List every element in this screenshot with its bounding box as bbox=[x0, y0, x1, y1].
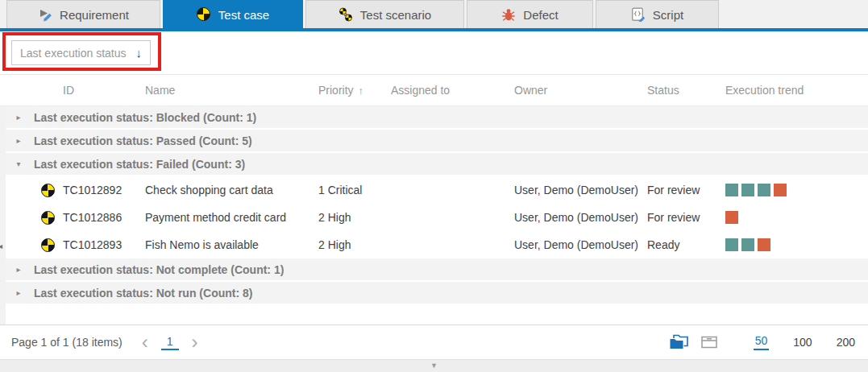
trend-pass-square bbox=[725, 184, 738, 196]
execution-trend-cell bbox=[717, 184, 868, 196]
cell-name: Check shopping cart data bbox=[145, 184, 318, 196]
expand-collapse-icon[interactable]: ▸ bbox=[10, 265, 27, 274]
test-case-icon bbox=[41, 211, 55, 225]
tab-defect[interactable]: Defect bbox=[467, 0, 593, 28]
group-row-not-complete[interactable]: ▸ Last execution status: Not complete (C… bbox=[0, 258, 868, 280]
current-page-number[interactable]: 1 bbox=[161, 335, 179, 350]
bottom-splitter-arrow-icon[interactable]: ▼ bbox=[430, 362, 438, 370]
cell-owner: User, Demo (DemoUser) bbox=[514, 184, 647, 196]
execution-trend-cell bbox=[717, 211, 868, 224]
trend-fail-square bbox=[774, 184, 787, 196]
trend-pass-square bbox=[725, 238, 738, 251]
group-by-chip-last-execution-status[interactable]: Last execution status ↓ bbox=[11, 40, 151, 65]
tab-test-scenario[interactable]: Test scenario bbox=[305, 0, 464, 28]
group-label: Last execution status: Blocked (Count: 1… bbox=[34, 111, 256, 124]
bottom-splitter[interactable]: ▼ bbox=[0, 359, 868, 372]
table-row[interactable]: TC1012886 Payment method credit card 2 H… bbox=[0, 204, 868, 231]
expand-collapse-icon[interactable]: ▸ bbox=[10, 136, 27, 145]
tab-label: Requirement bbox=[60, 8, 129, 22]
test-case-icon bbox=[41, 184, 55, 197]
trend-pass-square bbox=[758, 184, 770, 196]
page-size-50[interactable]: 50 bbox=[754, 334, 770, 350]
archive-box-icon bbox=[700, 335, 718, 349]
column-header-status[interactable]: Status bbox=[647, 84, 717, 97]
group-label: Last execution status: Passed (Count: 5) bbox=[34, 134, 252, 147]
group-label: Last execution status: Not complete (Cou… bbox=[34, 263, 284, 276]
column-header-id[interactable]: ID bbox=[63, 84, 145, 97]
cell-priority: 2 High bbox=[318, 211, 391, 224]
cell-status: For review bbox=[647, 184, 717, 196]
cell-name: Payment method credit card bbox=[145, 211, 318, 224]
cell-name: Fish Nemo is available bbox=[145, 238, 318, 251]
column-header-name[interactable]: Name bbox=[145, 84, 318, 97]
trend-pass-square bbox=[741, 184, 754, 196]
cell-priority: 2 High bbox=[318, 238, 391, 251]
tab-label: Test scenario bbox=[360, 8, 431, 22]
row-type-icon-cell bbox=[32, 211, 63, 225]
tab-bar: Requirement Test case Test scenario bbox=[0, 0, 868, 28]
tab-label: Defect bbox=[523, 8, 558, 22]
expand-collapse-icon[interactable]: ▸ bbox=[10, 288, 27, 297]
sort-ascending-icon: ↑ bbox=[359, 85, 364, 97]
page-info: Page 1 of 1 (18 items) bbox=[11, 336, 123, 349]
column-header-priority-label: Priority bbox=[318, 84, 354, 97]
cell-status: For review bbox=[647, 211, 717, 224]
tab-label: Script bbox=[653, 8, 683, 22]
left-splitter[interactable]: ◂ bbox=[0, 106, 6, 324]
column-header-priority[interactable]: Priority↑ bbox=[318, 84, 391, 97]
expand-collapse-icon[interactable]: ▸ bbox=[10, 113, 27, 122]
left-splitter-arrow-icon[interactable]: ◂ bbox=[0, 242, 2, 250]
table-header-row: ID Name Priority↑ Assigned to Owner Stat… bbox=[0, 75, 868, 106]
row-type-icon-cell bbox=[32, 238, 63, 252]
folder-stack-icon bbox=[668, 334, 689, 351]
group-row-passed[interactable]: ▸ Last execution status: Passed (Count: … bbox=[0, 130, 868, 151]
tab-label: Test case bbox=[218, 8, 269, 22]
group-label: Last execution status: Not run (Count: 8… bbox=[34, 287, 252, 300]
test-case-icon bbox=[197, 7, 211, 22]
page-size-200[interactable]: 200 bbox=[837, 336, 855, 349]
trend-pass-square bbox=[741, 238, 754, 251]
test-case-icon bbox=[41, 238, 55, 252]
row-type-icon-cell bbox=[32, 184, 63, 197]
group-row-not-run[interactable]: ▸ Last execution status: Not run (Count:… bbox=[0, 282, 868, 304]
group-row-failed[interactable]: ▾ Last execution status: Failed (Count: … bbox=[0, 153, 868, 175]
execution-trend-cell bbox=[717, 238, 868, 251]
cell-owner: User, Demo (DemoUser) bbox=[514, 211, 647, 224]
defect-icon bbox=[501, 7, 516, 22]
tab-script[interactable]: Script bbox=[596, 0, 719, 28]
script-icon bbox=[631, 7, 646, 22]
column-header-owner[interactable]: Owner bbox=[514, 84, 647, 97]
collapse-all-groups-button[interactable] bbox=[700, 335, 718, 349]
cell-status: Ready bbox=[647, 238, 717, 251]
tab-test-case[interactable]: Test case bbox=[163, 0, 303, 28]
previous-page-icon[interactable]: ‹ bbox=[142, 334, 148, 350]
test-scenario-icon bbox=[338, 7, 353, 22]
column-header-assigned-to[interactable]: Assigned to bbox=[391, 84, 514, 97]
group-label: Last execution status: Failed (Count: 3) bbox=[34, 158, 245, 171]
tab-requirement[interactable]: Requirement bbox=[6, 0, 160, 28]
expand-all-groups-button[interactable] bbox=[668, 334, 689, 351]
pager-right-controls: 50 100 200 bbox=[657, 334, 868, 351]
pager-bar: Page 1 of 1 (18 items) ‹ 1 › 50 100 200 bbox=[0, 324, 868, 359]
expand-collapse-icon[interactable]: ▾ bbox=[10, 159, 27, 168]
next-page-icon[interactable]: › bbox=[192, 334, 198, 350]
cell-id: TC1012893 bbox=[63, 238, 145, 251]
table-body: ▸ Last execution status: Blocked (Count:… bbox=[0, 106, 868, 305]
cell-id: TC1012892 bbox=[63, 184, 145, 196]
group-row-blocked[interactable]: ▸ Last execution status: Blocked (Count:… bbox=[0, 106, 868, 128]
cell-owner: User, Demo (DemoUser) bbox=[514, 238, 647, 251]
group-by-panel: Last execution status ↓ bbox=[0, 31, 868, 75]
trend-fail-square bbox=[725, 211, 738, 224]
group-by-chip-label: Last execution status bbox=[20, 47, 127, 60]
column-header-execution-trend[interactable]: Execution trend bbox=[717, 84, 868, 97]
page-size-100[interactable]: 100 bbox=[793, 336, 812, 349]
sort-descending-icon: ↓ bbox=[136, 46, 143, 60]
cell-priority: 1 Critical bbox=[318, 184, 391, 196]
table-row[interactable]: TC1012893 Fish Nemo is available 2 High … bbox=[0, 231, 868, 258]
cell-id: TC1012886 bbox=[63, 211, 145, 224]
test-management-window: Requirement Test case Test scenario bbox=[0, 0, 868, 372]
trend-fail-square bbox=[758, 238, 770, 251]
table-row[interactable]: TC1012892 Check shopping cart data 1 Cri… bbox=[0, 176, 868, 204]
requirement-icon bbox=[38, 7, 52, 22]
